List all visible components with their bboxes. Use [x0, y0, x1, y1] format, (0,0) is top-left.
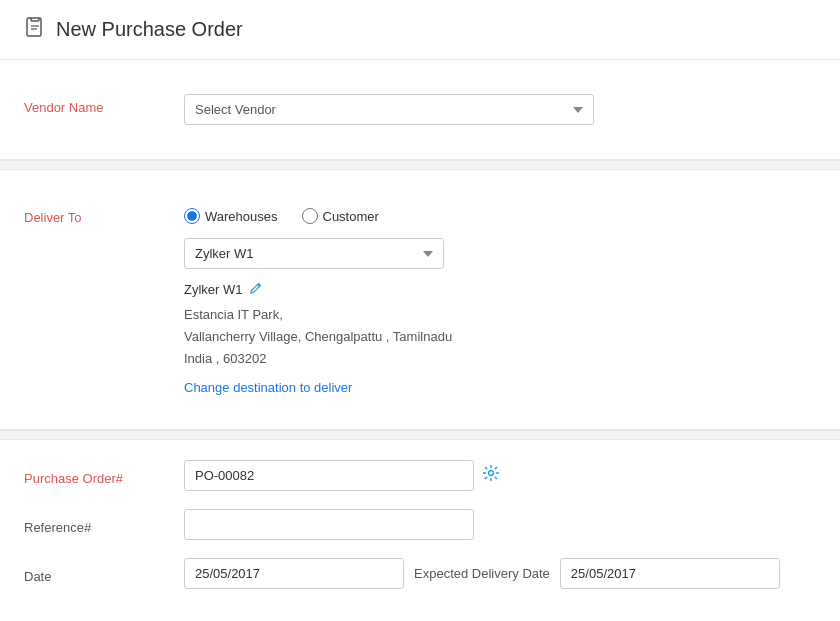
address-line3: India , 603202	[184, 348, 816, 370]
date-label: Date	[24, 563, 184, 584]
deliver-row: Deliver To Warehouses Customer Zylker W1	[24, 190, 816, 409]
svg-point-3	[489, 471, 494, 476]
reference-input[interactable]	[184, 509, 474, 540]
vendor-select[interactable]: Select Vendor	[184, 94, 594, 125]
radio-customer[interactable]: Customer	[302, 208, 379, 224]
address-line2: Vallancherry Village, Chengalpattu , Tam…	[184, 326, 816, 348]
edit-icon[interactable]	[249, 281, 263, 298]
address-line1: Estancia IT Park,	[184, 304, 816, 326]
reference-row: Reference#	[24, 509, 816, 540]
po-input-wrap: PO-00082	[184, 460, 500, 491]
po-section: Purchase Order# PO-00082 Reference# Date…	[0, 440, 840, 609]
expected-delivery-label: Expected Delivery Date	[404, 565, 560, 583]
po-label: Purchase Order#	[24, 465, 184, 486]
po-row: Purchase Order# PO-00082	[24, 460, 816, 491]
purchase-order-icon	[24, 16, 46, 43]
vendor-row: Vendor Name Select Vendor	[24, 80, 816, 139]
radio-warehouses-input[interactable]	[184, 208, 200, 224]
vendor-section: Vendor Name Select Vendor	[0, 60, 840, 160]
reference-label: Reference#	[24, 514, 184, 535]
warehouse-name-text: Zylker W1	[184, 282, 243, 297]
warehouse-select-wrap: Zylker W1	[184, 238, 816, 269]
page-title: New Purchase Order	[56, 18, 243, 41]
radio-warehouses[interactable]: Warehouses	[184, 208, 278, 224]
deliver-radio-group: Warehouses Customer	[184, 204, 816, 224]
radio-customer-label: Customer	[323, 209, 379, 224]
radio-customer-input[interactable]	[302, 208, 318, 224]
section-divider-2	[0, 430, 840, 440]
expected-delivery-input[interactable]: 25/05/2017	[560, 558, 780, 589]
po-input[interactable]: PO-00082	[184, 460, 474, 491]
vendor-control: Select Vendor	[184, 94, 816, 125]
warehouse-select[interactable]: Zylker W1	[184, 238, 444, 269]
deliver-section: Deliver To Warehouses Customer Zylker W1	[0, 170, 840, 430]
change-destination-link[interactable]: Change destination to deliver	[184, 380, 352, 395]
deliver-label: Deliver To	[24, 204, 184, 225]
date-row: Date 25/05/2017 Expected Delivery Date 2…	[24, 558, 816, 589]
vendor-label: Vendor Name	[24, 94, 184, 115]
address-block: Estancia IT Park, Vallancherry Village, …	[184, 304, 816, 370]
gear-icon[interactable]	[482, 464, 500, 487]
radio-warehouses-label: Warehouses	[205, 209, 278, 224]
warehouse-name-row: Zylker W1	[184, 281, 816, 298]
date-input[interactable]: 25/05/2017	[184, 558, 404, 589]
deliver-control: Warehouses Customer Zylker W1 Zylker W1	[184, 204, 816, 395]
section-divider-1	[0, 160, 840, 170]
page-header: New Purchase Order	[0, 0, 840, 60]
